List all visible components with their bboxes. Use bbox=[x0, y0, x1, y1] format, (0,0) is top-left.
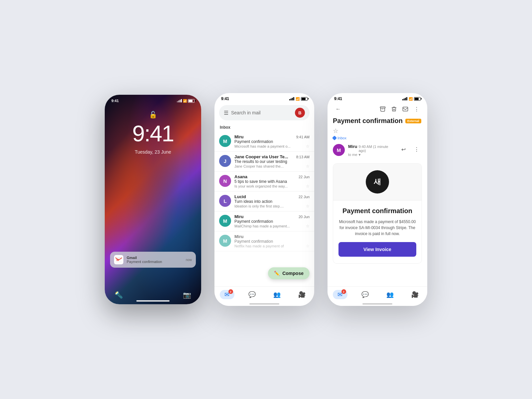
phone-email-detail: 9:41 📶 ← bbox=[328, 93, 427, 306]
nav-meet-3[interactable]: 🎥 bbox=[408, 290, 422, 299]
chat-icon: 💬 bbox=[248, 291, 256, 298]
email-detail-header: ← ⋮ bbox=[328, 102, 427, 117]
email-item-4[interactable]: M Miru 20 Jun Payment confirmation MailC… bbox=[214, 211, 314, 231]
star-icon-2[interactable]: ☆ bbox=[306, 184, 310, 189]
lock-icon: 🔓 bbox=[149, 111, 157, 119]
star-icon-3[interactable]: ☆ bbox=[306, 204, 310, 208]
email-avatar-5: M bbox=[219, 235, 231, 247]
lock-status-bar: 9:41 📶 bbox=[105, 95, 201, 103]
search-input[interactable]: Search in mail bbox=[231, 110, 292, 115]
external-badge: External bbox=[405, 119, 421, 123]
chat-icon-3: 💬 bbox=[361, 291, 369, 298]
search-bar[interactable]: ☰ Search in mail B bbox=[219, 105, 310, 120]
status-time-2: 9:41 bbox=[221, 96, 229, 101]
svg-rect-1 bbox=[380, 107, 385, 108]
inbox-tag-text: Inbox bbox=[337, 136, 346, 140]
star-icon-1[interactable]: ☆ bbox=[306, 164, 310, 169]
notification-card[interactable]: M Gmail Payment confirmation now bbox=[110, 252, 196, 268]
email-item-1[interactable]: J Jane Cooper via User Te... 8:13 AM The… bbox=[214, 152, 314, 172]
camera-icon[interactable]: 📷 bbox=[183, 291, 191, 299]
star-icon-0[interactable]: ☆ bbox=[306, 144, 310, 149]
sender-action-buttons: ↩ ⋮ bbox=[398, 144, 422, 155]
wifi-icon-2: 📶 bbox=[296, 97, 300, 101]
compose-pencil-icon: ✏️ bbox=[274, 271, 280, 276]
contacts-icon: 👥 bbox=[273, 291, 281, 298]
more-options-icon-btn[interactable]: ⋮ bbox=[411, 104, 422, 114]
sender-to: to me bbox=[348, 153, 357, 157]
sender-more-icon-btn[interactable]: ⋮ bbox=[411, 144, 422, 155]
hamburger-menu-icon[interactable]: ☰ bbox=[224, 110, 228, 116]
nav-chat[interactable]: 💬 bbox=[245, 290, 259, 299]
view-invoice-button[interactable]: View Invoice bbox=[338, 242, 416, 257]
email-time-3: 22 Jun bbox=[299, 195, 310, 199]
email-logo-area: 새 bbox=[333, 164, 422, 200]
nav-chat-3[interactable]: 💬 bbox=[358, 290, 372, 299]
user-avatar[interactable]: B bbox=[295, 108, 305, 118]
email-detail-title: Payment confirmation bbox=[333, 117, 403, 125]
svg-text:M: M bbox=[116, 258, 119, 262]
compose-button[interactable]: ✏️ Compose bbox=[268, 267, 310, 279]
nav-contacts-3[interactable]: 👥 bbox=[383, 290, 397, 299]
notification-app-name: Gmail bbox=[127, 256, 183, 260]
sender-time: 9:40 AM (1 minute ago) bbox=[358, 145, 395, 153]
email-preview-3: Ideation is only the first step.... bbox=[234, 204, 284, 208]
email-preview-5: Netflix has made a payment of bbox=[234, 244, 284, 248]
notification-message: Payment confirmation bbox=[127, 260, 183, 264]
wifi-icon-3: 📶 bbox=[409, 97, 413, 101]
star-icon-5[interactable]: ☆ bbox=[306, 244, 310, 248]
nav-mail[interactable]: ✉ 2 bbox=[220, 290, 234, 299]
email-sender-2: Asana bbox=[234, 174, 247, 179]
notification-time: now bbox=[186, 258, 192, 262]
email-time-0: 9:41 AM bbox=[296, 135, 310, 139]
star-button[interactable]: ☆ bbox=[333, 127, 338, 135]
email-preview-4: MailChimp has made a payment... bbox=[234, 224, 290, 228]
mail-badge: 2 bbox=[228, 289, 233, 294]
star-icon-4[interactable]: ☆ bbox=[306, 224, 310, 228]
email-list: M Miru 9:41 AM Payment confirmation Micr… bbox=[214, 132, 314, 251]
archive-icon-btn[interactable] bbox=[377, 104, 388, 114]
home-indicator bbox=[136, 300, 170, 302]
email-preview-2: Is your work organized the way... bbox=[234, 184, 288, 188]
svg-rect-2 bbox=[403, 107, 408, 111]
status-bar-3: 9:41 📶 bbox=[328, 93, 427, 102]
email-sender-3: Lucid bbox=[234, 194, 246, 199]
reply-icon-btn[interactable]: ↩ bbox=[398, 144, 409, 155]
email-sender-1: Jane Cooper via User Te... bbox=[234, 154, 288, 159]
notification-content: Gmail Payment confirmation bbox=[127, 256, 183, 264]
email-subject-4: Payment confirmation bbox=[234, 219, 310, 224]
email-item-5[interactable]: M Miru Payment confirmation Netflix has … bbox=[214, 231, 314, 251]
email-sender-5: Miru bbox=[234, 234, 243, 239]
chevron-down-icon[interactable]: ▼ bbox=[358, 153, 361, 157]
email-subject-1: The results to our user testing bbox=[234, 159, 310, 164]
lock-bottom-bar: 🔦 📷 bbox=[105, 291, 201, 299]
nav-mail-3[interactable]: ✉ 2 bbox=[333, 290, 347, 299]
delete-icon-btn[interactable] bbox=[389, 104, 399, 114]
email-item-0[interactable]: M Miru 9:41 AM Payment confirmation Micr… bbox=[214, 132, 314, 152]
sender-avatar: M bbox=[333, 144, 345, 156]
lock-screen-time: 9:41 bbox=[132, 122, 174, 145]
email-subject-5: Payment confirmation bbox=[234, 239, 310, 244]
email-title-area: Payment confirmation External ☆ Inbox bbox=[328, 117, 427, 141]
email-item-3[interactable]: L Lucid 22 Jun Turn ideas into action Id… bbox=[214, 192, 314, 211]
email-time-4: 20 Jun bbox=[299, 215, 310, 219]
payment-description: Microsoft has made a payment of $4550.00… bbox=[338, 219, 416, 237]
email-item-2[interactable]: N Asana 22 Jun 5 tips to save time with … bbox=[214, 172, 314, 192]
status-time-3: 9:41 bbox=[334, 96, 342, 101]
email-time-2: 22 Jun bbox=[299, 175, 310, 179]
email-preview-0: Microsoft has made a payment o... bbox=[234, 144, 291, 148]
back-button[interactable]: ← bbox=[333, 104, 343, 114]
contacts-icon-3: 👥 bbox=[386, 291, 394, 298]
nav-contacts[interactable]: 👥 bbox=[270, 290, 284, 299]
lock-screen-date: Tuesday, 23 June bbox=[135, 149, 171, 155]
payment-confirmation-title: Payment confirmation bbox=[338, 207, 416, 215]
nav-meet[interactable]: 🎥 bbox=[295, 290, 309, 299]
compose-label: Compose bbox=[282, 271, 304, 276]
flashlight-icon[interactable]: 🔦 bbox=[115, 291, 123, 299]
gmail-icon: M bbox=[114, 255, 123, 264]
email-body-content: Payment confirmation Microsoft has made … bbox=[333, 200, 422, 263]
inbox-tag: Inbox bbox=[333, 136, 422, 140]
meet-icon: 🎥 bbox=[298, 291, 306, 298]
email-avatar-3: L bbox=[219, 195, 231, 207]
company-logo: 새 bbox=[366, 170, 389, 194]
mail-icon-btn[interactable] bbox=[400, 104, 411, 114]
